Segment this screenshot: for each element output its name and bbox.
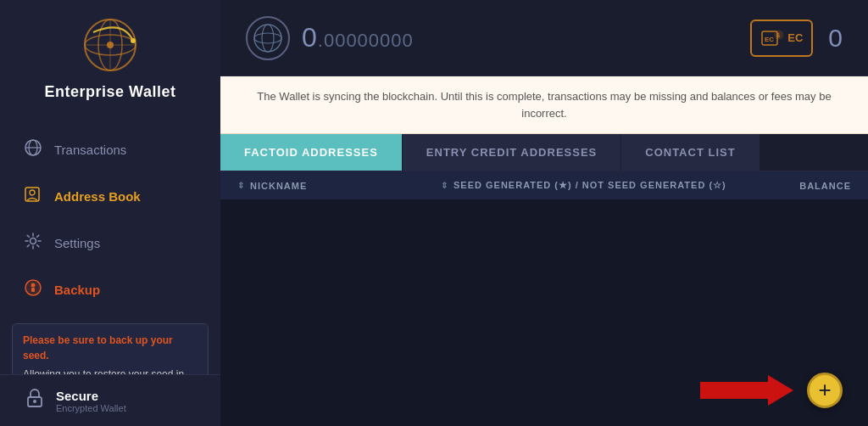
svg-point-5 — [107, 42, 114, 48]
svg-point-20 — [262, 25, 274, 52]
header-right: EC $ EC 0 — [750, 20, 843, 57]
balance-display: 0.00000000 — [302, 22, 414, 53]
sidebar-item-settings[interactable]: Settings — [0, 220, 220, 266]
ec-balance: 0 — [828, 24, 843, 53]
svg-point-19 — [254, 25, 281, 52]
secure-label: Secure — [56, 389, 126, 403]
secure-sub: Encrypted Wallet — [56, 403, 126, 413]
address-book-label: Address Book — [54, 189, 141, 204]
add-address-button[interactable]: + — [807, 373, 843, 408]
sidebar-nav: Transactions Address Book Settings — [0, 126, 220, 313]
nickname-col-label: NICKNAME — [250, 181, 307, 191]
svg-text:EC: EC — [765, 36, 774, 43]
seed-col-label: SEED GENERATED (★) / NOT SEED GENERATED … — [453, 180, 726, 191]
main-content: 0.00000000 EC $ EC 0 The Wallet is synci… — [220, 0, 868, 426]
app-title: Enterprise Wallet — [45, 83, 176, 101]
address-book-icon — [24, 185, 42, 208]
table-header: ⇕ NICKNAME ⇕ SEED GENERATED (★) / NOT SE… — [220, 171, 868, 199]
svg-point-18 — [33, 400, 36, 403]
sidebar-item-backup[interactable]: Backup — [0, 266, 220, 313]
sidebar-footer: Secure Encrypted Wallet — [0, 374, 220, 426]
factoid-coin-icon — [246, 16, 290, 60]
seed-sort-icon: ⇕ — [441, 181, 448, 190]
balance-amount: 0.00000000 — [302, 25, 414, 52]
ec-badge: EC $ EC — [750, 20, 813, 57]
col-header-nickname: ⇕ NICKNAME — [237, 181, 441, 191]
add-button-icon: + — [818, 378, 831, 401]
settings-icon — [24, 232, 42, 255]
svg-marker-26 — [700, 375, 793, 406]
svg-point-21 — [254, 33, 281, 43]
tab-bar: FACTOID ADDRESSES ENTRY CREDIT ADDRESSES… — [220, 134, 868, 171]
header-bar: 0.00000000 EC $ EC 0 — [220, 0, 868, 76]
backup-icon — [24, 278, 42, 301]
backup-warning-title: Please be sure to back up your seed. — [23, 333, 198, 363]
svg-text:$: $ — [776, 32, 780, 39]
svg-point-6 — [131, 38, 136, 43]
col-header-balance: BALANCE — [749, 181, 851, 191]
svg-point-12 — [31, 238, 36, 244]
app-logo — [81, 15, 140, 75]
lock-icon — [24, 387, 46, 414]
table-body: + — [220, 199, 868, 426]
sidebar-item-transactions[interactable]: Transactions — [0, 126, 220, 173]
sidebar-item-address-book[interactable]: Address Book — [0, 173, 220, 220]
secure-info: Secure Encrypted Wallet — [56, 389, 126, 413]
col-header-seed: ⇕ SEED GENERATED (★) / NOT SEED GENERATE… — [441, 180, 749, 191]
factoid-balance: 0.00000000 — [246, 16, 414, 60]
ec-label: EC — [787, 31, 803, 44]
balance-decimal: .00000000 — [318, 30, 414, 51]
add-button-area: + — [700, 372, 843, 409]
tab-entry-credit-addresses[interactable]: ENTRY CREDIT ADDRESSES — [403, 134, 621, 171]
transactions-icon — [24, 138, 42, 161]
svg-point-11 — [30, 190, 35, 195]
sync-warning: The Wallet is syncing the blockchain. Un… — [220, 76, 868, 134]
nickname-sort-icon: ⇕ — [237, 181, 245, 190]
sidebar: Enterprise Wallet Transactions — [0, 0, 220, 426]
settings-label: Settings — [54, 236, 100, 250]
svg-point-15 — [31, 283, 36, 288]
transactions-label: Transactions — [54, 143, 126, 157]
tab-contact-list[interactable]: CONTACT LIST — [621, 134, 760, 171]
svg-rect-16 — [31, 288, 35, 292]
backup-label: Backup — [54, 283, 100, 297]
add-arrow-icon — [700, 372, 793, 409]
tab-factoid-addresses[interactable]: FACTOID ADDRESSES — [220, 134, 403, 171]
balance-whole: 0 — [302, 22, 318, 53]
balance-col-label: BALANCE — [799, 181, 851, 191]
